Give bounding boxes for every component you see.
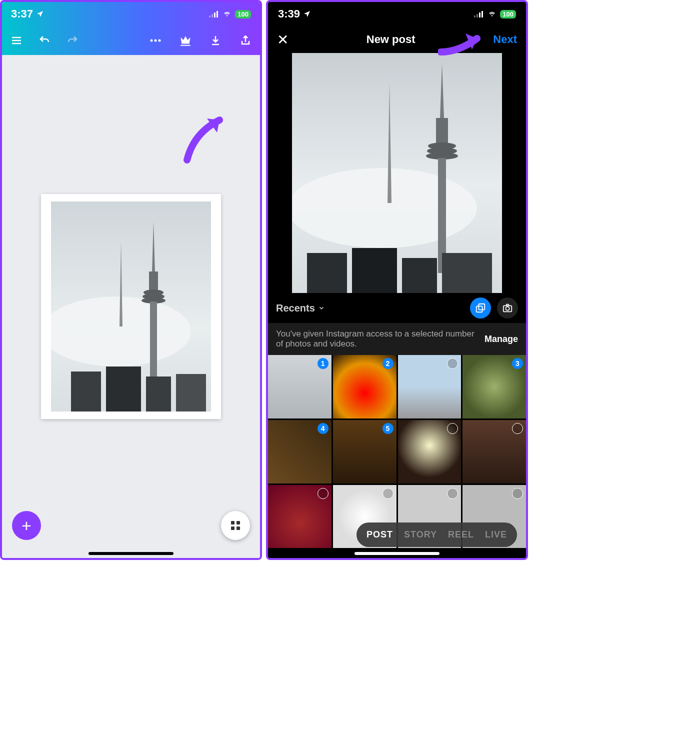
signal-icon xyxy=(209,10,219,18)
editor-toolbar xyxy=(2,26,260,55)
select-badge xyxy=(447,423,458,434)
svg-rect-39 xyxy=(442,253,492,293)
battery-indicator: 100 xyxy=(235,10,251,18)
svg-rect-41 xyxy=(476,306,482,312)
svg-rect-16 xyxy=(150,302,157,382)
status-time: 3:39 xyxy=(278,8,300,20)
photo-thumb[interactable]: 1 xyxy=(268,355,332,418)
svg-rect-27 xyxy=(479,12,480,18)
next-button[interactable]: Next xyxy=(493,33,517,46)
svg-rect-3 xyxy=(216,11,218,18)
wifi-icon xyxy=(222,10,232,18)
photo-thumb[interactable] xyxy=(462,420,526,484)
page-image xyxy=(51,202,211,412)
mode-post[interactable]: POST xyxy=(366,530,393,540)
home-indicator xyxy=(354,552,440,555)
svg-point-8 xyxy=(154,40,157,42)
status-bar: 3:39 100 xyxy=(268,2,526,26)
svg-rect-21 xyxy=(231,521,234,524)
add-page-button[interactable]: + xyxy=(12,511,41,540)
design-page[interactable] xyxy=(41,194,221,419)
grid-icon xyxy=(230,520,241,531)
svg-rect-38 xyxy=(402,258,437,293)
svg-rect-37 xyxy=(352,248,397,293)
battery-indicator: 100 xyxy=(500,10,516,18)
preview-area[interactable] xyxy=(268,53,526,293)
svg-rect-31 xyxy=(436,118,448,145)
home-indicator xyxy=(88,552,174,555)
photo-thumb[interactable] xyxy=(398,355,462,418)
svg-rect-22 xyxy=(236,521,240,524)
manage-button[interactable]: Manage xyxy=(484,334,518,344)
close-button[interactable]: ✕ xyxy=(277,32,288,48)
access-notice: You've given Instagram access to a selec… xyxy=(268,323,526,355)
source-picker[interactable]: Recents xyxy=(276,302,325,314)
mode-switcher: POST STORY REEL LIVE xyxy=(356,522,517,547)
photo-thumb[interactable]: 2 xyxy=(333,355,396,418)
redo-button[interactable] xyxy=(65,33,80,48)
svg-rect-23 xyxy=(231,526,234,530)
status-bar: 3:37 100 xyxy=(2,2,260,26)
svg-rect-28 xyxy=(482,11,483,18)
select-badge xyxy=(382,488,394,499)
photo-grid: 1 2 3 4 5 xyxy=(268,355,526,548)
download-button[interactable] xyxy=(208,33,223,48)
mode-reel[interactable]: REEL xyxy=(448,530,474,540)
canva-editor-screen: 3:37 100 xyxy=(0,0,262,560)
annotation-arrow xyxy=(177,112,232,168)
svg-rect-36 xyxy=(307,253,347,293)
camera-button[interactable] xyxy=(497,298,518,318)
canvas-area[interactable]: + xyxy=(2,55,260,558)
svg-rect-26 xyxy=(476,14,478,18)
annotation-arrow xyxy=(438,30,488,60)
select-badge: 5 xyxy=(382,423,394,434)
chevron-down-icon xyxy=(318,304,325,312)
svg-rect-2 xyxy=(214,12,216,18)
photo-thumb[interactable]: 5 xyxy=(333,420,396,484)
location-icon xyxy=(36,10,44,18)
svg-rect-12 xyxy=(149,272,158,292)
svg-rect-25 xyxy=(474,16,476,18)
svg-rect-1 xyxy=(212,14,213,18)
svg-point-30 xyxy=(292,168,477,248)
svg-rect-20 xyxy=(176,374,206,412)
svg-rect-24 xyxy=(236,526,240,530)
svg-rect-0 xyxy=(209,16,210,18)
select-badge: 4 xyxy=(318,423,328,434)
notice-text: You've given Instagram access to a selec… xyxy=(276,329,478,349)
svg-rect-18 xyxy=(106,366,141,412)
premium-button[interactable] xyxy=(178,33,193,48)
select-badge: 2 xyxy=(382,358,394,369)
undo-button[interactable] xyxy=(37,33,52,48)
select-badge xyxy=(512,488,523,499)
wifi-icon xyxy=(487,10,497,18)
page-title: New post xyxy=(366,33,416,46)
preview-image xyxy=(292,53,502,293)
gallery-header: Recents xyxy=(268,293,526,323)
mode-live[interactable]: LIVE xyxy=(485,530,507,540)
instagram-new-post-screen: 3:39 100 ✕ New post Next xyxy=(266,0,528,560)
svg-rect-17 xyxy=(71,372,101,412)
photo-thumb[interactable] xyxy=(398,420,462,484)
svg-point-9 xyxy=(158,40,161,42)
multi-select-button[interactable] xyxy=(470,298,491,318)
more-button[interactable] xyxy=(148,33,163,48)
stack-icon xyxy=(475,302,486,314)
share-button[interactable] xyxy=(238,33,253,48)
select-badge: 1 xyxy=(318,358,328,369)
svg-rect-19 xyxy=(146,376,171,412)
photo-thumb[interactable] xyxy=(268,485,332,548)
select-badge xyxy=(447,488,458,499)
photo-thumb[interactable]: 4 xyxy=(268,420,332,484)
menu-button[interactable] xyxy=(9,33,24,48)
photo-thumb[interactable]: 3 xyxy=(462,355,526,418)
signal-icon xyxy=(474,10,484,18)
select-badge xyxy=(512,423,523,434)
pages-grid-button[interactable] xyxy=(221,511,250,540)
camera-icon xyxy=(502,302,513,314)
mode-story[interactable]: STORY xyxy=(404,530,437,540)
status-time: 3:37 xyxy=(11,8,33,20)
svg-point-7 xyxy=(150,40,153,42)
svg-point-43 xyxy=(506,306,509,310)
select-badge: 3 xyxy=(512,358,523,369)
